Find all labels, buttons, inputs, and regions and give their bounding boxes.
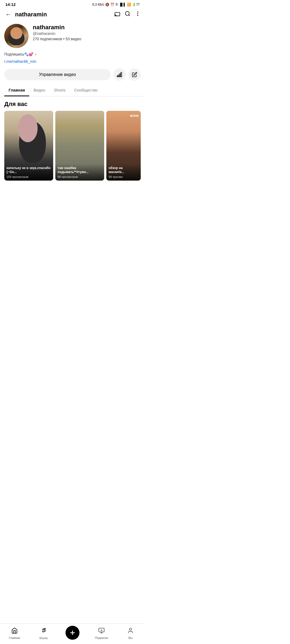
section-title: Для вас <box>0 96 145 111</box>
top-nav: ← natharamin <box>0 8 145 21</box>
channel-title: natharamin <box>15 11 112 18</box>
battery-icon: 🔋77 <box>132 3 140 6</box>
profile-link[interactable]: t.me/nathar4ik_min <box>0 58 145 67</box>
video-overlay-3: обзор на маски#к... 99 просмо <box>106 164 141 181</box>
manage-video-button[interactable]: Управление видео <box>4 69 111 80</box>
avatar-image <box>4 24 28 48</box>
tab-community[interactable]: Сообщество <box>70 85 102 96</box>
signal-icon: ▐▌▌ <box>119 3 126 6</box>
nav-icons <box>114 11 141 18</box>
svg-rect-0 <box>115 12 120 16</box>
video-views-1: 159 просмотров <box>6 175 51 178</box>
video-views-3: 99 просмо <box>108 175 139 178</box>
svg-point-5 <box>137 13 138 14</box>
profile-info: natharamin @natharamin 270 подписчиков •… <box>33 24 141 41</box>
registered-icon: ® <box>115 3 118 6</box>
mute-icon: 🔇 <box>105 3 109 6</box>
avatar <box>4 24 28 48</box>
svg-rect-10 <box>117 76 118 77</box>
video-card-2[interactable]: там ошибка подымать**#тумо... 88 просмот… <box>55 111 104 181</box>
analytics-button[interactable] <box>113 68 126 81</box>
alarm-icon: ⏰ <box>110 3 114 6</box>
svg-point-2 <box>125 12 129 16</box>
wifi-icon: 🛜 <box>127 3 131 6</box>
video-overlay-1: капельку не в звук,спасибо {~Go... 159 п… <box>4 164 53 181</box>
profile-name: natharamin <box>33 24 141 31</box>
svg-point-1 <box>115 16 115 16</box>
status-right: 6,3 КБ/с 🔇 ⏰ ® ▐▌▌ 🛜 🔋77 <box>92 3 140 6</box>
tab-shorts[interactable]: Shorts <box>50 85 70 96</box>
more-button[interactable] <box>135 11 141 18</box>
action-row: Управление видео <box>0 67 145 85</box>
video-overlay-2: там ошибка подымать**#тумо... 88 просмот… <box>55 164 104 181</box>
subscribe-row[interactable]: Подпишись🐾💕 › <box>0 50 145 58</box>
search-button[interactable] <box>125 11 130 18</box>
profile-stats: 270 подписчиков • 53 видео <box>33 37 141 41</box>
tabs-row: Главная Видео Shorts Сообщество <box>0 85 145 96</box>
network-speed: 6,3 КБ/с <box>92 3 104 6</box>
video-title-3: обзор на маски#к... <box>108 166 139 174</box>
video-views-2: 88 просмотров <box>57 175 102 178</box>
video-grid: капельку не в звук,спасибо {~Go... 159 п… <box>0 111 145 181</box>
chevron-right-icon: › <box>35 52 36 57</box>
subscribe-text: Подпишись🐾💕 <box>4 52 33 56</box>
svg-point-6 <box>137 15 138 16</box>
video-title-2: там ошибка подымать**#тумо... <box>57 166 102 174</box>
cast-button[interactable] <box>114 11 120 18</box>
svg-line-3 <box>129 15 130 16</box>
svg-rect-7 <box>121 72 122 77</box>
status-bar: 14:12 6,3 КБ/с 🔇 ⏰ ® ▐▌▌ 🛜 🔋77 <box>0 0 145 8</box>
video-card-3[interactable]: всем обзор на маски#к... 99 просмо <box>106 111 141 181</box>
back-button[interactable]: ← <box>4 10 12 19</box>
svg-rect-9 <box>118 75 119 77</box>
edit-button[interactable] <box>128 68 141 81</box>
tab-home[interactable]: Главная <box>4 85 29 96</box>
tab-video[interactable]: Видео <box>29 85 50 96</box>
svg-rect-8 <box>119 74 120 77</box>
svg-point-4 <box>137 12 138 13</box>
card3-label: всем <box>130 114 139 118</box>
profile-handle: @natharamin <box>33 31 141 36</box>
profile-section: natharamin @natharamin 270 подписчиков •… <box>0 21 145 50</box>
status-time: 14:12 <box>5 2 16 7</box>
video-card-1[interactable]: капельку не в звук,спасибо {~Go... 159 п… <box>4 111 53 181</box>
video-title-1: капельку не в звук,спасибо {~Go... <box>6 166 51 174</box>
